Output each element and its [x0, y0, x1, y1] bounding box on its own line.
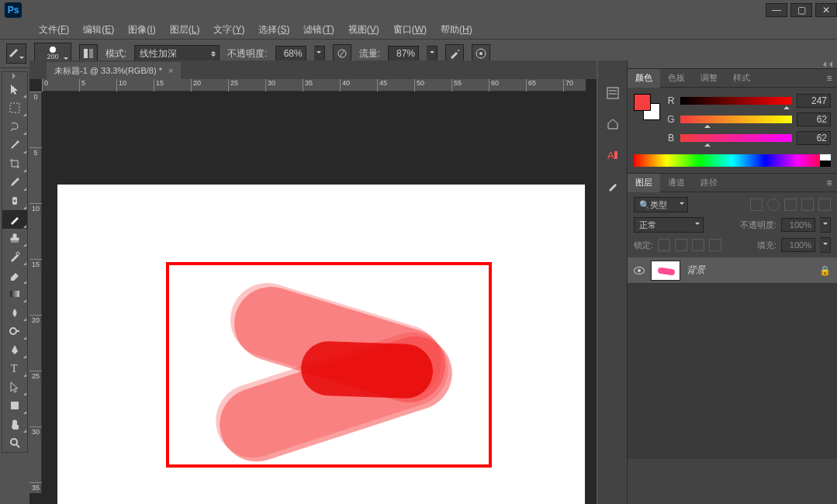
g-value[interactable]: 62	[797, 112, 831, 126]
type-tool[interactable]: T	[2, 359, 27, 378]
pen-tool[interactable]	[2, 340, 27, 359]
shape-tool[interactable]	[2, 396, 27, 415]
lock-transparent-icon[interactable]	[658, 239, 670, 251]
lock-pixels-icon[interactable]	[675, 239, 687, 251]
brush-tool[interactable]	[2, 210, 27, 229]
panel-menu-icon[interactable]: ≡	[821, 178, 837, 188]
ruler-tick: 45	[377, 79, 387, 91]
opacity-dropdown[interactable]	[314, 46, 325, 61]
tab-styles[interactable]: 样式	[725, 69, 758, 88]
eyedropper-tool[interactable]	[2, 173, 27, 192]
svg-rect-1	[89, 49, 93, 58]
layer-row[interactable]: 背景 🔒	[628, 257, 837, 284]
crop-tool[interactable]	[2, 154, 27, 173]
tab-adjustments[interactable]: 调整	[693, 69, 725, 88]
gradient-tool[interactable]	[2, 285, 27, 303]
character-panel-icon[interactable]: A	[604, 146, 622, 164]
menu-file[interactable]: 文件(F)	[33, 21, 75, 39]
healing-tool[interactable]	[2, 192, 27, 210]
filter-smart-icon[interactable]	[818, 198, 831, 211]
visibility-toggle-icon[interactable]	[634, 267, 645, 274]
ruler-tick: 15	[29, 259, 42, 268]
ruler-tick: 5	[29, 147, 42, 157]
filter-adjust-icon[interactable]	[767, 198, 780, 211]
blend-mode-select[interactable]: 线性加深	[134, 45, 220, 62]
eraser-tool[interactable]	[2, 266, 27, 285]
minimize-button[interactable]: —	[766, 3, 787, 17]
tool-preset-picker[interactable]	[6, 43, 26, 64]
menu-layer[interactable]: 图层(L)	[164, 21, 206, 39]
ruler-tick: 10	[29, 203, 42, 212]
tab-color[interactable]: 颜色	[628, 69, 660, 88]
document-tab-close[interactable]: ×	[168, 66, 173, 75]
fill-dropdown[interactable]	[820, 237, 831, 253]
flow-dropdown[interactable]	[427, 46, 438, 61]
layer-name[interactable]: 背景	[687, 264, 705, 277]
ruler-tick: 25	[29, 371, 42, 380]
flow-input[interactable]: 87%	[388, 46, 419, 61]
ruler-vertical[interactable]: 05101520253035	[29, 91, 42, 493]
marquee-tool[interactable]	[2, 98, 27, 117]
menu-window[interactable]: 窗口(W)	[387, 21, 433, 39]
menu-help[interactable]: 帮助(H)	[434, 21, 479, 39]
dodge-tool[interactable]	[2, 322, 27, 340]
filter-type-icon[interactable]	[784, 198, 797, 211]
menu-type[interactable]: 文字(Y)	[207, 21, 251, 39]
foreground-background-swatch[interactable]	[634, 94, 660, 120]
menu-edit[interactable]: 编辑(E)	[77, 21, 120, 39]
history-brush-tool[interactable]	[2, 247, 27, 266]
properties-panel-icon[interactable]	[604, 115, 622, 133]
menu-image[interactable]: 图像(I)	[122, 21, 161, 39]
document-tab[interactable]: 未标题-1 @ 33.3%(RGB/8) * ×	[47, 62, 181, 79]
blend-mode-layer-select[interactable]: 正常	[634, 217, 704, 233]
svg-point-3	[458, 50, 459, 51]
tab-paths[interactable]: 路径	[693, 174, 725, 192]
ruler-tick: 35	[29, 482, 42, 492]
layer-filter-select[interactable]: 🔍 类型	[634, 197, 688, 212]
layer-thumbnail[interactable]	[651, 261, 680, 281]
svg-rect-12	[11, 402, 19, 409]
ruler-tick: 30	[265, 79, 275, 91]
foreground-color-swatch[interactable]	[634, 94, 651, 111]
magic-wand-tool[interactable]	[2, 136, 27, 154]
b-slider[interactable]	[680, 134, 792, 142]
opacity-input[interactable]: 68%	[275, 46, 306, 61]
zoom-tool[interactable]	[2, 433, 27, 452]
r-slider[interactable]	[680, 97, 792, 105]
tab-layers[interactable]: 图层	[628, 174, 660, 192]
r-value[interactable]: 247	[797, 94, 831, 108]
stamp-tool[interactable]	[2, 229, 27, 247]
canvas[interactable]	[57, 185, 585, 504]
lock-all-icon[interactable]	[709, 239, 721, 251]
filter-shape-icon[interactable]	[801, 198, 814, 211]
layer-opacity-dropdown[interactable]	[820, 217, 831, 233]
lasso-tool[interactable]	[2, 117, 27, 136]
g-slider[interactable]	[680, 116, 792, 123]
tools-collapse[interactable]	[2, 72, 27, 80]
tab-channels[interactable]: 通道	[660, 174, 693, 192]
canvas-viewport[interactable]	[42, 91, 597, 504]
lock-position-icon[interactable]	[692, 239, 704, 251]
hand-tool[interactable]	[2, 415, 27, 433]
fill-input[interactable]: 100%	[781, 238, 815, 252]
color-spectrum[interactable]	[634, 154, 831, 167]
path-select-tool[interactable]	[2, 378, 27, 396]
layer-opacity-input[interactable]: 100%	[781, 218, 815, 232]
menu-view[interactable]: 视图(V)	[342, 21, 386, 39]
menu-select[interactable]: 选择(S)	[252, 21, 296, 39]
tab-swatches[interactable]: 色板	[660, 69, 693, 88]
blur-tool[interactable]	[2, 303, 27, 322]
ruler-horizontal[interactable]: 0510152025303540455055606570	[42, 79, 586, 91]
move-tool[interactable]	[2, 80, 27, 98]
panels-collapse[interactable]	[628, 60, 837, 68]
history-panel-icon[interactable]	[604, 84, 622, 102]
menu-filter[interactable]: 滤镜(T)	[297, 21, 340, 39]
maximize-button[interactable]: ▢	[790, 3, 812, 17]
filter-pixel-icon[interactable]	[750, 198, 763, 211]
ruler-tick: 25	[228, 79, 238, 91]
b-value[interactable]: 62	[797, 131, 831, 145]
r-label: R	[666, 95, 676, 106]
close-window-button[interactable]: ✕	[815, 3, 837, 17]
panel-menu-icon[interactable]: ≡	[821, 73, 837, 84]
brush-panel-icon[interactable]	[604, 177, 622, 195]
